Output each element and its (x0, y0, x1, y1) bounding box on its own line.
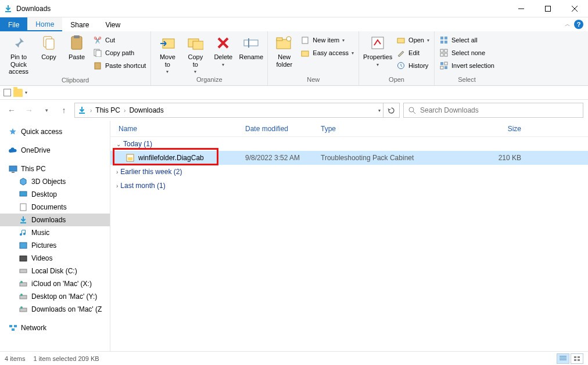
network-icon (8, 323, 17, 333)
history-button[interactable]: History (394, 59, 432, 72)
file-row[interactable]: winfilefolder.DiagCab 9/8/2022 3:52 AM T… (110, 151, 588, 165)
nav-desktop-mac[interactable]: Desktop on 'Mac' (Y:) (0, 290, 110, 303)
pc-icon (8, 164, 17, 174)
cut-button[interactable]: ✂️Cut (91, 34, 148, 46)
folder-quick-icon[interactable] (13, 89, 23, 97)
tab-home[interactable]: Home (27, 17, 62, 31)
copy-to-button[interactable]: Copy to▾ (181, 32, 209, 75)
svg-rect-15 (302, 37, 308, 44)
forward-button[interactable]: → (22, 103, 36, 117)
easy-access-button[interactable]: Easy access ▾ (298, 46, 356, 59)
nav-documents[interactable]: Documents (0, 201, 110, 214)
svg-rect-11 (244, 40, 258, 46)
breadcrumb-downloads[interactable]: Downloads (129, 106, 163, 114)
ribbon-group-select: Select all Select none Invert selection … (435, 31, 499, 85)
move-to-button[interactable]: Move to▾ (153, 32, 181, 75)
nav-downloads-mac[interactable]: Downloads on 'Mac' (Z (0, 303, 110, 316)
tab-share[interactable]: Share (62, 17, 97, 31)
back-button[interactable]: ← (5, 103, 19, 117)
paste-button[interactable]: Paste (63, 32, 91, 62)
invert-selection-icon (439, 61, 449, 70)
search-box[interactable] (403, 103, 583, 118)
open-icon (396, 35, 406, 45)
ribbon-collapse-icon[interactable]: ︿ (565, 20, 571, 28)
nav-pictures[interactable]: Pictures (0, 239, 110, 252)
close-button[interactable] (561, 0, 588, 17)
nav-onedrive[interactable]: OneDrive (0, 144, 110, 157)
easy-access-icon (300, 48, 310, 57)
col-size[interactable]: Size (481, 125, 521, 133)
group-today[interactable]: ⌄Today (1) (110, 137, 588, 151)
nav-3d-objects[interactable]: 3D Objects (0, 175, 110, 188)
nav-downloads[interactable]: Downloads (0, 214, 110, 226)
nav-this-pc[interactable]: This PC (0, 162, 110, 175)
col-date[interactable]: Date modified (245, 125, 321, 133)
svg-rect-18 (397, 38, 404, 43)
nav-desktop[interactable]: Desktop (0, 188, 110, 201)
svg-rect-22 (440, 41, 443, 44)
svg-rect-21 (444, 37, 447, 39)
details-view-button[interactable] (557, 353, 569, 364)
chevron-right-icon: › (116, 183, 118, 189)
paste-shortcut-button[interactable]: Paste shortcut (91, 59, 148, 72)
search-icon (407, 106, 417, 115)
group-earlier-week[interactable]: ›Earlier this week (2) (110, 165, 588, 179)
tab-file[interactable]: File (0, 17, 27, 31)
address-dropdown[interactable]: ▾ (378, 108, 381, 113)
nav-quick-access[interactable]: Quick access (0, 125, 110, 138)
copy-to-icon (186, 34, 205, 52)
new-folder-button[interactable]: New folder (270, 32, 298, 69)
recent-dropdown[interactable]: ▾ (40, 103, 53, 117)
invert-selection-button[interactable]: Invert selection (437, 59, 497, 72)
group-last-month[interactable]: ›Last month (1) (110, 179, 588, 193)
search-input[interactable] (420, 106, 579, 114)
select-none-button[interactable]: Select none (437, 46, 497, 59)
open-button[interactable]: Open ▾ (394, 34, 432, 46)
col-type[interactable]: Type (321, 125, 481, 133)
group-label-new: New (270, 76, 356, 85)
col-name[interactable]: Name (110, 125, 245, 133)
maximize-button[interactable] (535, 0, 561, 17)
icons-view-button[interactable] (571, 353, 583, 364)
svg-rect-54 (578, 359, 580, 361)
svg-rect-48 (12, 328, 15, 331)
paste-shortcut-icon (93, 61, 102, 70)
help-icon[interactable]: ? (574, 20, 583, 29)
breadcrumb-this-pc[interactable]: This PC (95, 106, 120, 114)
nav-music[interactable]: Music (0, 226, 110, 239)
nav-icloud-mac[interactable]: iCloud on 'Mac' (X:) (0, 277, 110, 290)
nav-local-disk[interactable]: Local Disk (C:) (0, 265, 110, 277)
delete-button[interactable]: Delete▾ (209, 32, 237, 68)
new-item-button[interactable]: New item ▾ (298, 34, 356, 46)
svg-rect-34 (12, 172, 15, 173)
properties-button[interactable]: Properties▾ (361, 32, 394, 68)
pin-quick-access-button[interactable]: Pin to Quick access (2, 32, 35, 77)
nav-videos[interactable]: Videos (0, 252, 110, 265)
copy-path-button[interactable]: Copy path (91, 46, 148, 59)
network-drive-icon (19, 305, 28, 314)
svg-point-32 (409, 107, 414, 112)
svg-rect-10 (193, 41, 203, 49)
copy-button[interactable]: Copy (35, 32, 63, 62)
quickbar-dropdown[interactable]: ▾ (25, 90, 27, 95)
cube-icon (19, 177, 28, 186)
refresh-button[interactable] (383, 103, 400, 118)
rename-button[interactable]: Rename (237, 32, 265, 62)
svg-rect-2 (46, 39, 54, 49)
svg-rect-38 (20, 256, 27, 261)
tab-view[interactable]: View (97, 17, 128, 31)
checkbox-toggle[interactable] (3, 89, 11, 96)
up-button[interactable]: ↑ (57, 103, 71, 117)
select-all-button[interactable]: Select all (437, 34, 497, 46)
file-name: winfilefolder.DiagCab (138, 154, 204, 162)
svg-rect-26 (440, 53, 443, 56)
svg-rect-3 (71, 37, 82, 49)
group-label-clipboard: Clipboard (2, 77, 148, 85)
delete-icon (214, 34, 232, 52)
svg-rect-23 (444, 41, 447, 44)
address-bar[interactable]: › This PC › Downloads ▾ (74, 103, 383, 118)
nav-network[interactable]: Network (0, 321, 110, 334)
minimize-button[interactable] (508, 0, 535, 17)
edit-button[interactable]: Edit (394, 46, 432, 59)
svg-rect-0 (546, 6, 551, 11)
